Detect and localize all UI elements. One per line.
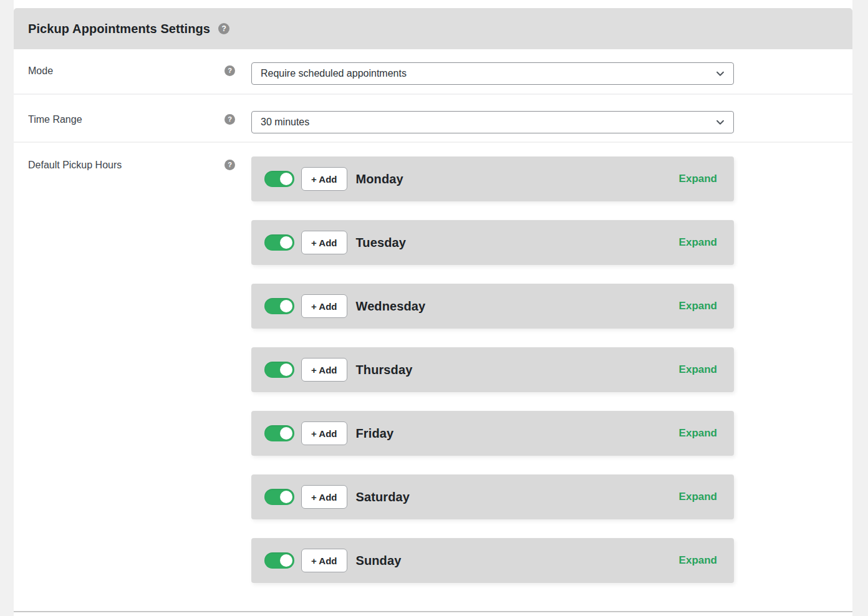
toggle-saturday[interactable] [264,489,294,505]
toggle-knob [280,363,292,376]
expand-link[interactable]: Expand [679,363,717,376]
day-name: Friday [356,426,394,441]
mode-row: Mode ? Require scheduled appointments [14,49,852,95]
day-row-thursday: + Add Thursday Expand [251,347,734,392]
time-range-row: Time Range ? 30 minutes [14,95,852,143]
help-icon[interactable]: ? [224,114,235,125]
day-row-monday: + Add Monday Expand [251,156,734,201]
add-button[interactable]: + Add [301,294,347,318]
toggle-sunday[interactable] [264,552,294,569]
toggle-knob [280,173,292,185]
toggle-knob [280,300,292,312]
toggle-wednesday[interactable] [264,298,294,314]
chevron-down-icon [715,117,726,128]
time-range-label: Time Range [28,114,82,125]
day-row-friday: + Add Friday Expand [251,411,734,456]
toggle-knob [280,427,292,440]
day-row-tuesday: + Add Tuesday Expand [251,220,734,265]
time-range-select[interactable]: 30 minutes [251,111,734,133]
toggle-tuesday[interactable] [264,234,294,251]
toggle-monday[interactable] [264,171,294,187]
day-name: Wednesday [356,299,426,314]
toggle-thursday[interactable] [264,362,294,378]
mode-select-value: Require scheduled appointments [261,68,407,79]
expand-link[interactable]: Expand [679,236,717,249]
day-list: + Add Monday Expand + Add Tuesday Expand… [251,156,734,602]
add-button[interactable]: + Add [301,485,347,509]
help-icon[interactable]: ? [224,65,235,76]
day-name: Thursday [356,363,413,377]
add-button[interactable]: + Add [301,167,347,191]
toggle-knob [280,491,292,503]
expand-link[interactable]: Expand [679,427,717,440]
add-button[interactable]: + Add [301,358,347,382]
mode-label: Mode [28,65,53,77]
day-name: Tuesday [356,236,406,250]
expand-link[interactable]: Expand [679,173,717,185]
help-icon[interactable]: ? [224,160,235,170]
default-pickup-hours-label: Default Pickup Hours [28,160,122,171]
day-name: Sunday [356,554,402,568]
settings-panel: Pickup Appointments Settings ? Mode ? Re… [14,0,852,616]
add-button[interactable]: + Add [301,549,347,572]
help-icon[interactable]: ? [218,23,229,34]
default-pickup-hours-row: Default Pickup Hours ? + Add Monday Expa… [14,143,852,597]
expand-link[interactable]: Expand [679,300,717,312]
add-button[interactable]: + Add [301,421,347,445]
add-button[interactable]: + Add [301,231,347,254]
toggle-knob [280,554,292,567]
day-row-wednesday: + Add Wednesday Expand [251,284,734,329]
mode-select[interactable]: Require scheduled appointments [251,62,734,85]
chevron-down-icon [715,68,726,79]
panel-header: Pickup Appointments Settings ? [14,8,852,49]
page-title: Pickup Appointments Settings [28,22,210,36]
toggle-friday[interactable] [264,425,294,441]
time-range-select-value: 30 minutes [261,117,309,128]
expand-link[interactable]: Expand [679,491,717,503]
section-divider [14,611,852,612]
settings-rows: Mode ? Require scheduled appointments Ti… [14,49,852,597]
toggle-knob [280,236,292,249]
day-name: Saturday [356,490,410,504]
day-row-saturday: + Add Saturday Expand [251,474,734,519]
day-name: Monday [356,172,403,186]
expand-link[interactable]: Expand [679,554,717,567]
day-row-sunday: + Add Sunday Expand [251,538,734,583]
